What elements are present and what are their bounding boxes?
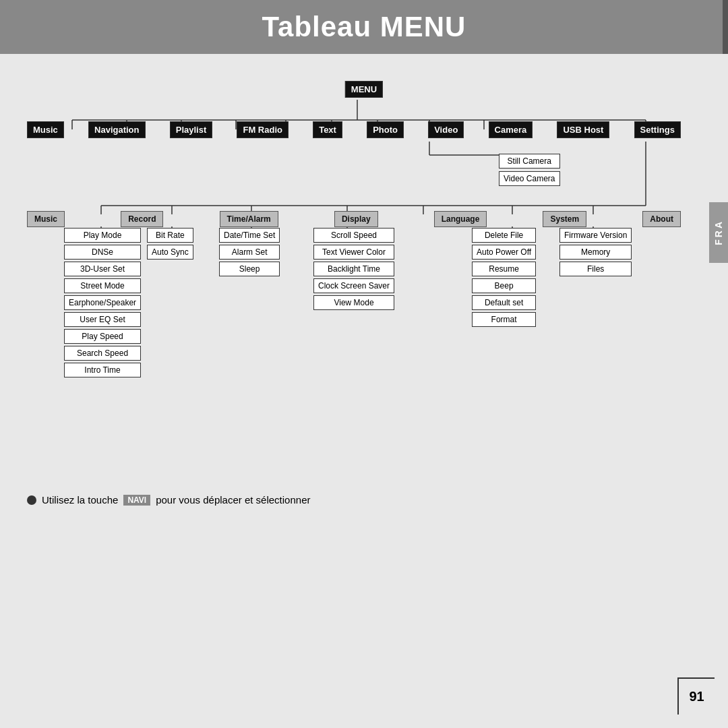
camera-sub-video: Video Camera: [499, 171, 560, 186]
music-item-dnse: DNSe: [64, 245, 141, 260]
music-item-playmode: Play Mode: [64, 228, 141, 243]
record-item-autosync: Auto Sync: [147, 245, 193, 260]
cat-music: Music: [27, 211, 65, 227]
level1-row: Music Navigation Playlist FM Radio Text …: [27, 121, 681, 138]
cat-display: Display: [334, 211, 378, 227]
header: Tableau MENU: [0, 0, 728, 54]
timealarm-item-sleep: Sleep: [219, 262, 280, 276]
time-alarm-items: Date/Time Set Alarm Set Sleep: [219, 228, 280, 276]
level1-playlist: Playlist: [170, 121, 213, 138]
cat-system: System: [543, 211, 586, 227]
system-item-autopoweroff: Auto Power Off: [472, 245, 536, 260]
system-item-defaultset: Default set: [472, 295, 536, 310]
level1-settings: Settings: [634, 121, 681, 138]
level1-navigation: Navigation: [88, 121, 145, 138]
cat-timealarm: Time/Alarm: [220, 211, 278, 227]
menu-root-label: MENU: [345, 81, 383, 98]
timealarm-item-datetime: Date/Time Set: [219, 228, 280, 243]
settings-categories-row: Music Record Time/Alarm Display Language…: [27, 211, 681, 227]
music-item-usereqset: User EQ Set: [64, 312, 141, 327]
display-item-scrollspeed: Scroll Speed: [313, 228, 394, 243]
level1-camera: Camera: [489, 121, 533, 138]
page-number-area: 91: [677, 677, 715, 715]
level1-fmradio: FM Radio: [237, 121, 289, 138]
system-item-beep: Beep: [472, 278, 536, 293]
music-item-searchspeed: Search Speed: [64, 346, 141, 361]
display-item-backlighttime: Backlight Time: [313, 262, 394, 276]
system-item-deletefile: Delete File: [472, 228, 536, 243]
music-item-streetmode: Street Mode: [64, 278, 141, 293]
tree-diagram: MENU Music Navigation Playlist FM Radio …: [27, 81, 701, 519]
page-title: Tableau MENU: [262, 11, 466, 43]
level1-photo: Photo: [367, 121, 404, 138]
system-item-resume: Resume: [472, 262, 536, 276]
navi-label: NAVI: [123, 495, 150, 506]
level1-usbhost: USB Host: [557, 121, 609, 138]
footer: Utilisez la touche NAVI pour vous déplac…: [27, 494, 694, 506]
timealarm-item-alarmset: Alarm Set: [219, 245, 280, 260]
record-items: Bit Rate Auto Sync: [147, 228, 193, 260]
camera-sub: Still Camera Video Camera: [499, 154, 560, 186]
system-items: Delete File Auto Power Off Resume Beep D…: [472, 228, 536, 327]
camera-sub-still: Still Camera: [499, 154, 560, 169]
music-item-playspeed: Play Speed: [64, 329, 141, 344]
music-item-earphone: Earphone/Speaker: [64, 295, 141, 310]
about-item-files: Files: [559, 262, 632, 276]
main-content: MENU Music Navigation Playlist FM Radio …: [0, 54, 728, 539]
about-items: Firmware Version Memory Files: [559, 228, 632, 276]
level1-music: Music: [27, 121, 64, 138]
display-item-clockscreensaver: Clock Screen Saver: [313, 278, 394, 293]
music-items: Play Mode DNSe 3D-User Set Street Mode E…: [64, 228, 141, 377]
footer-bullet: [27, 495, 36, 505]
about-item-firmware: Firmware Version: [559, 228, 632, 243]
music-item-introtime: Intro Time: [64, 363, 141, 377]
display-item-textviewercolor: Text Viewer Color: [313, 245, 394, 260]
music-item-3duserset: 3D-User Set: [64, 262, 141, 276]
page-number: 91: [689, 689, 704, 704]
page-container: Tableau MENU FRA: [0, 0, 728, 728]
display-item-viewmode: View Mode: [313, 295, 394, 310]
header-bar: [723, 0, 728, 54]
cat-about: About: [642, 211, 681, 227]
cat-language: Language: [434, 211, 487, 227]
display-items: Scroll Speed Text Viewer Color Backlight…: [313, 228, 394, 310]
level1-video: Video: [428, 121, 464, 138]
level1-text: Text: [313, 121, 342, 138]
system-item-format: Format: [472, 312, 536, 327]
record-item-bitrate: Bit Rate: [147, 228, 193, 243]
footer-text-before: Utilisez la touche: [42, 494, 118, 506]
about-item-memory: Memory: [559, 245, 632, 260]
menu-root-box: MENU: [345, 81, 383, 98]
cat-record: Record: [121, 211, 163, 227]
footer-text-after: pour vous déplacer et sélectionner: [156, 494, 310, 506]
